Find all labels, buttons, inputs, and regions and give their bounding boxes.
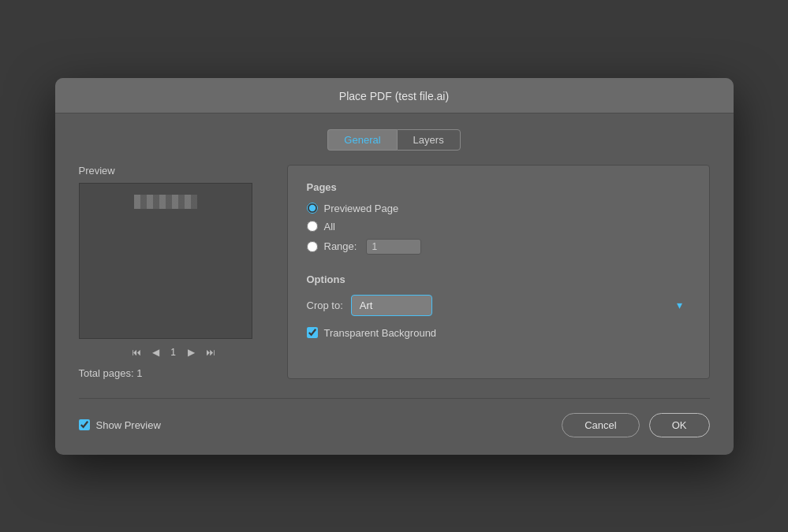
preview-label: Preview <box>79 165 268 177</box>
radio-previewed-page[interactable] <box>307 203 318 214</box>
preview-panel: Preview ⏮ ◀ 1 ▶ ⏭ Total pages: 1 <box>79 165 268 379</box>
radio-row-all: All <box>307 221 690 233</box>
show-preview-checkbox[interactable] <box>79 419 90 430</box>
nav-first-button[interactable]: ⏮ <box>129 345 144 359</box>
radio-previewed-page-label: Previewed Page <box>324 203 399 214</box>
nav-last-button[interactable]: ⏭ <box>203 345 218 359</box>
options-section-label: Options <box>307 273 690 285</box>
dialog-title: Place PDF (test file.ai) <box>339 90 449 102</box>
total-pages: Total pages: 1 <box>79 367 268 379</box>
dialog-titlebar: Place PDF (test file.ai) <box>55 78 734 113</box>
nav-next-button[interactable]: ▶ <box>185 345 198 359</box>
place-pdf-dialog: Place PDF (test file.ai) General Layers … <box>55 78 734 455</box>
radio-row-range: Range: <box>307 239 690 255</box>
show-preview-row: Show Preview <box>79 419 161 431</box>
show-preview-label: Show Preview <box>96 419 161 431</box>
radio-all[interactable] <box>307 221 318 232</box>
radio-all-label: All <box>324 221 335 233</box>
crop-row: Crop to: Art Trim Bleed Media Crop Bound… <box>307 295 690 316</box>
transparent-bg-checkbox[interactable] <box>307 327 318 338</box>
ok-button[interactable]: OK <box>649 413 710 437</box>
footer-buttons: Cancel OK <box>562 413 709 437</box>
tab-layers[interactable]: Layers <box>397 129 461 151</box>
pages-radio-group: Previewed Page All Range: <box>307 203 690 255</box>
radio-range[interactable] <box>307 241 318 252</box>
dialog-footer: Show Preview Cancel OK <box>55 399 734 455</box>
transparent-bg-label: Transparent Background <box>324 327 437 339</box>
content-row: Preview ⏮ ◀ 1 ▶ ⏭ Total pages: 1 Pages <box>79 165 710 379</box>
radio-row-previewed: Previewed Page <box>307 203 690 214</box>
pages-section-label: Pages <box>307 181 690 193</box>
current-page: 1 <box>167 347 180 358</box>
nav-prev-button[interactable]: ◀ <box>149 345 162 359</box>
crop-select[interactable]: Art Trim Bleed Media Crop Bounding Box <box>351 295 432 316</box>
transparent-bg-row: Transparent Background <box>307 327 690 339</box>
preview-box <box>79 183 252 339</box>
radio-range-label: Range: <box>324 240 357 252</box>
preview-thumbnail <box>134 195 197 209</box>
tab-general[interactable]: General <box>327 129 396 151</box>
crop-select-wrapper: Art Trim Bleed Media Crop Bounding Box <box>351 295 690 316</box>
cancel-button[interactable]: Cancel <box>562 413 639 437</box>
preview-nav: ⏮ ◀ 1 ▶ ⏭ <box>79 345 268 359</box>
options-panel: Pages Previewed Page All Range: <box>287 165 710 379</box>
tabs-row: General Layers <box>79 129 710 151</box>
crop-label: Crop to: <box>307 299 343 311</box>
dialog-body: General Layers Preview ⏮ ◀ 1 ▶ ⏭ Total p… <box>55 113 734 398</box>
range-input[interactable] <box>366 239 421 255</box>
